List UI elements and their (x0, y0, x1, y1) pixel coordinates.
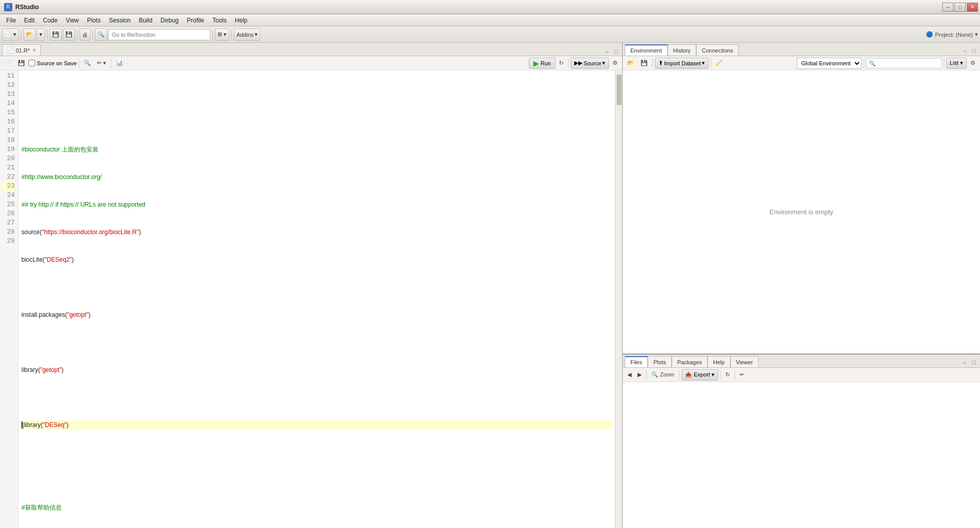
tab-files[interactable]: Files (625, 356, 648, 367)
menu-build[interactable]: Build (135, 16, 157, 25)
goto-input[interactable] (108, 29, 210, 40)
files-back-btn[interactable]: ◀ (625, 369, 634, 381)
code-line-11 (21, 90, 612, 99)
env-list-btn[interactable]: List ▾ (946, 58, 967, 69)
compile-report-btn[interactable]: 📊 (113, 58, 126, 69)
editor-tab-file[interactable]: 📄 01.R* ✕ (2, 44, 41, 56)
open-recent-button[interactable]: ▾ (37, 29, 45, 41)
minimize-button[interactable]: – (942, 3, 953, 12)
print-button[interactable]: 🖨 (80, 29, 90, 41)
run-button[interactable]: ▶ Run (529, 58, 555, 69)
refresh-btn[interactable]: ↻ (723, 369, 732, 381)
code-line-15: ## try http:// if https:// URLs are not … (21, 200, 612, 209)
tab-help[interactable]: Help (707, 356, 730, 367)
code-line-19: install.packages("getopt") (21, 310, 612, 319)
menu-edit[interactable]: Edit (20, 16, 39, 25)
right-pane: Environment History Connections – □ 📂 💾 … (623, 43, 980, 528)
source-on-save-checkbox[interactable] (29, 60, 35, 66)
grid-button[interactable]: ⊞ ▾ (215, 29, 229, 41)
source-button[interactable]: ▶▶ Source ▾ (571, 58, 609, 69)
editor-toolbar: 📄 💾 Source on Save 🔍 ✏ ▾ 📊 ▶ Run ↻ (0, 56, 622, 70)
editor-tab-close[interactable]: ✕ (32, 47, 36, 53)
editor-tab-label: 01.R* (16, 47, 30, 54)
addins-button[interactable]: Addins ▾ (234, 29, 260, 41)
files-sep-4 (734, 370, 735, 380)
toolbar-sep-4 (92, 30, 93, 40)
app-icon: R (4, 3, 12, 11)
source-icon: ▶▶ (574, 60, 582, 66)
open-file-button[interactable]: 📂 (23, 29, 36, 41)
tab-packages[interactable]: Packages (672, 356, 707, 367)
files-maximize-btn[interactable]: □ (970, 358, 978, 366)
editor-minimize-btn[interactable]: – (603, 47, 611, 56)
tab-viewer[interactable]: Viewer (730, 356, 758, 367)
code-line-18 (21, 283, 612, 292)
files-tabs-bar: Files Plots Packages Help Viewer – □ (623, 355, 980, 368)
menu-plots[interactable]: Plots (83, 16, 105, 25)
editor-vscrollbar-thumb[interactable] (617, 74, 622, 105)
env-minimize-btn[interactable]: – (961, 46, 969, 55)
env-sep-3 (864, 59, 864, 68)
menu-help[interactable]: Help (231, 16, 252, 25)
files-forward-btn[interactable]: ▶ (635, 369, 644, 381)
files-toolbar: ◀ ▶ 🔍 Zoom 📤 Export ▾ ↻ ✏ (623, 368, 980, 382)
tab-history[interactable]: History (668, 44, 696, 56)
show-in-folder-btn[interactable]: 📄 (2, 58, 14, 69)
menu-view[interactable]: View (62, 16, 83, 25)
code-line-13: #bioconductor 上面的包安装 (21, 145, 612, 154)
env-maximize-btn[interactable]: □ (970, 46, 978, 55)
save-file-btn[interactable]: 💾 (15, 58, 28, 69)
env-load-btn[interactable]: 📂 (625, 58, 637, 69)
env-pane-controls: – □ (961, 46, 978, 56)
run-arrow-icon: ▶ (533, 59, 539, 67)
code-line-12 (21, 117, 612, 127)
code-line-21: library("getopt") (21, 365, 612, 374)
menu-debug[interactable]: Debug (157, 16, 183, 25)
main-toolbar: 📄 ▾ 📂 ▾ 💾 💾 🖨 🔍 ⊞ ▾ Addins ▾ 🔵 Project: … (0, 27, 980, 43)
source-on-save-label: Source on Save (29, 60, 77, 66)
tab-connections[interactable]: Connections (696, 44, 739, 56)
menu-file[interactable]: File (2, 16, 20, 25)
files-minimize-btn[interactable]: – (961, 358, 969, 366)
code-line-17: biocLite("DESeq2") (21, 255, 612, 264)
editor-maximize-btn[interactable]: □ (612, 47, 620, 56)
env-save-btn[interactable]: 💾 (638, 58, 650, 69)
tab-environment[interactable]: Environment (625, 44, 668, 56)
clear-env-btn[interactable]: 🧹 (713, 58, 725, 69)
global-env-select[interactable]: Global Environment (797, 58, 862, 69)
project-label: Project: (None) (935, 32, 973, 38)
project-dropdown-icon[interactable]: ▾ (975, 31, 978, 38)
find-button[interactable]: 🔍 (95, 29, 107, 41)
find-in-editor-btn[interactable]: 🔍 (81, 58, 93, 69)
save-button[interactable]: 💾 (50, 29, 62, 41)
export-btn[interactable]: 📤 Export ▾ (681, 369, 718, 381)
menu-code[interactable]: Code (39, 16, 62, 25)
toolbar-sep-3 (77, 30, 78, 40)
save-all-button[interactable]: 💾 (63, 29, 75, 41)
new-file-button[interactable]: 📄 ▾ (2, 29, 19, 41)
close-button[interactable]: ✕ (967, 3, 978, 12)
code-line-20 (21, 338, 612, 347)
titlebar: R RStudio – □ ✕ (0, 0, 980, 14)
etb-sep-3 (568, 59, 569, 68)
editor-options-btn[interactable]: ⚙ (610, 58, 620, 69)
menu-tools[interactable]: Tools (208, 16, 231, 25)
code-line-16: source("https://bioconductor.org/biocLit… (21, 228, 612, 237)
editor-vscrollbar[interactable] (615, 70, 622, 528)
menu-profile[interactable]: Profile (183, 16, 208, 25)
maximize-button[interactable]: □ (954, 3, 966, 12)
run-prev-btn[interactable]: ↻ (556, 58, 566, 69)
edit-btn[interactable]: ✏ (737, 369, 747, 381)
code-editor[interactable]: #bioconductor 上面的包安装 #http://www.biocond… (18, 70, 615, 528)
menu-session[interactable]: Session (105, 16, 135, 25)
code-line-26: #获取帮助信息 (21, 503, 612, 512)
env-search-input[interactable] (866, 58, 942, 68)
env-grid-btn[interactable]: ⚙ (968, 58, 978, 69)
import-dropdown-icon: ▾ (702, 60, 705, 66)
toolbar-sep-6 (231, 30, 232, 40)
editor-area: 📄 01.R* ✕ – □ 📄 💾 Source on Save (0, 43, 622, 528)
zoom-btn[interactable]: 🔍 Zoom (649, 369, 677, 381)
code-tools-btn[interactable]: ✏ ▾ (94, 58, 109, 69)
tab-plots[interactable]: Plots (648, 356, 671, 367)
import-dataset-btn[interactable]: ⬆ Import Dataset ▾ (655, 58, 708, 69)
